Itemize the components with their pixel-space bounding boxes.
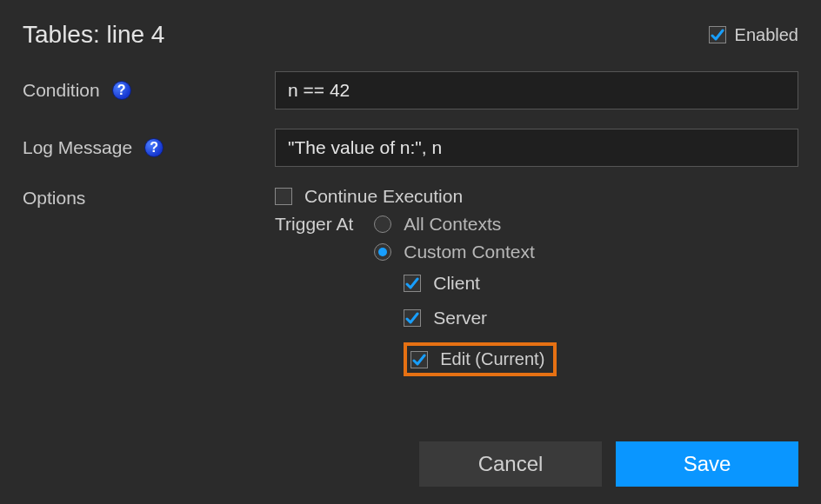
condition-label: Condition	[23, 80, 100, 101]
log-message-input[interactable]	[275, 129, 798, 167]
condition-row: Condition ?	[23, 71, 798, 109]
log-message-label: Log Message	[23, 137, 132, 158]
breakpoint-dialog: Tables: line 4 Enabled Condition ? Log M…	[0, 0, 821, 504]
context-checks: Client Server	[404, 273, 557, 376]
header-row: Tables: line 4 Enabled	[23, 21, 798, 49]
client-checkbox[interactable]	[404, 275, 421, 292]
trigger-radio-group: All Contexts Custom Context Client	[374, 214, 557, 376]
context-server-label: Server	[433, 308, 487, 328]
help-icon[interactable]: ?	[112, 81, 131, 100]
context-client-toggle[interactable]: Client	[404, 273, 557, 294]
radio-icon[interactable]	[374, 243, 391, 261]
edit-checkbox[interactable]	[410, 351, 428, 368]
log-message-row: Log Message ?	[23, 129, 798, 167]
radio-custom-context[interactable]: Custom Context	[374, 242, 557, 262]
context-client-label: Client	[433, 273, 480, 294]
radio-icon[interactable]	[374, 216, 391, 233]
continue-label: Continue Execution	[304, 186, 463, 207]
edit-current-highlight: Edit (Current)	[404, 342, 557, 376]
continue-execution-toggle[interactable]: Continue Execution	[275, 186, 798, 207]
context-edit-label: Edit (Current)	[440, 349, 544, 369]
radio-all-contexts[interactable]: All Contexts	[374, 214, 557, 235]
enabled-label: Enabled	[735, 25, 798, 45]
context-server-toggle[interactable]: Server	[404, 308, 557, 328]
cancel-button[interactable]: Cancel	[419, 441, 602, 487]
help-icon[interactable]: ?	[144, 138, 164, 157]
condition-input[interactable]	[275, 71, 798, 109]
enabled-checkbox[interactable]	[709, 26, 726, 43]
continue-checkbox[interactable]	[275, 188, 292, 205]
options-label: Options	[23, 186, 275, 209]
radio-all-label: All Contexts	[404, 214, 501, 235]
trigger-at-label: Trigger At	[275, 214, 353, 235]
save-button[interactable]: Save	[616, 441, 798, 487]
trigger-row: Trigger At All Contexts Custom Context	[275, 214, 798, 376]
options-body: Continue Execution Trigger At All Contex…	[275, 186, 798, 376]
button-row: Cancel Save	[23, 441, 798, 487]
enabled-toggle[interactable]: Enabled	[709, 25, 798, 45]
radio-custom-label: Custom Context	[404, 242, 535, 262]
page-title: Tables: line 4	[23, 21, 164, 49]
options-row: Options Continue Execution Trigger At Al…	[23, 186, 798, 376]
server-checkbox[interactable]	[404, 309, 421, 327]
